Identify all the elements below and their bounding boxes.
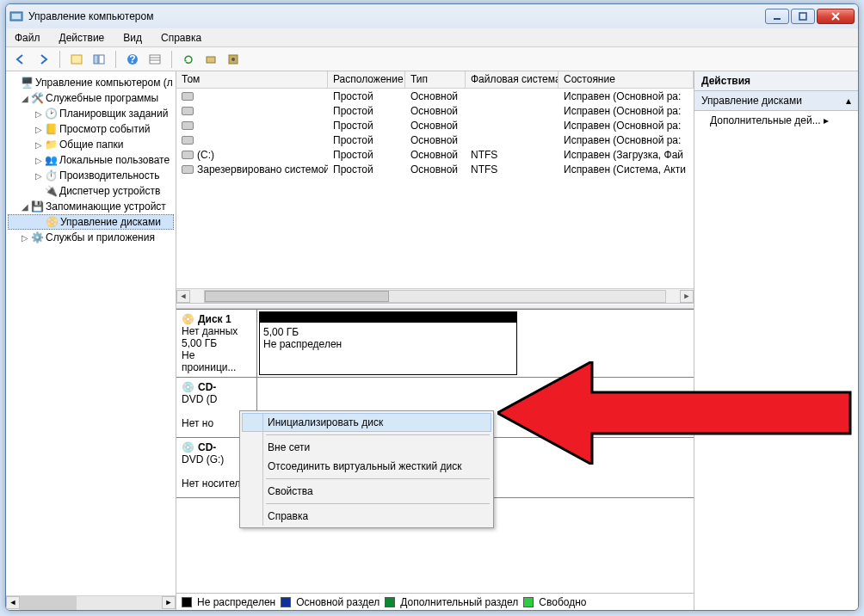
volume-row[interactable]: (C:)ПростойОсновнойNTFSИсправен (Загрузк…	[176, 147, 694, 162]
legend-extended-swatch	[385, 597, 395, 607]
tree-device-manager[interactable]: 🔌Диспетчер устройств	[8, 183, 174, 199]
minimize-button[interactable]	[765, 9, 789, 24]
window-title: Управление компьютером	[28, 10, 765, 22]
tree-disk-management[interactable]: 📀Управление дисками	[8, 214, 174, 230]
volume-row[interactable]: ПростойОсновнойИсправен (Основной ра:	[176, 118, 694, 132]
col-fs[interactable]: Файловая система	[466, 71, 559, 88]
disk1-label[interactable]: 📀Диск 1 Нет данных 5,00 ГБ Не проиници..…	[176, 310, 257, 377]
cdrom-icon: 💿	[182, 381, 194, 393]
ctx-offline[interactable]: Вне сети	[242, 438, 491, 457]
device-icon: 🔌	[44, 184, 58, 198]
tree-horizontal-scrollbar[interactable]: ◄►	[6, 595, 176, 610]
volume-rows[interactable]: ПростойОсновнойИсправен (Основной ра:Про…	[176, 89, 694, 288]
volume-row[interactable]: Зарезервировано системойПростойОсновнойN…	[176, 162, 694, 176]
tree-local-users[interactable]: ▷👥Локальные пользовате	[8, 152, 174, 168]
volume-horizontal-scrollbar[interactable]: ◄►	[176, 288, 694, 303]
disk-legend: Не распределен Основной раздел Дополните…	[176, 593, 694, 610]
legend-free-swatch	[523, 597, 534, 607]
rescan-button[interactable]	[201, 50, 220, 69]
volume-row[interactable]: ПростойОсновнойИсправен (Основной ра:	[176, 132, 694, 147]
actions-header: Действия	[694, 71, 858, 91]
tree-storage[interactable]: ◢💾Запоминающие устройст	[8, 199, 174, 214]
col-layout[interactable]: Расположение	[328, 71, 405, 88]
folder-icon: 📁	[44, 138, 58, 151]
cdrom-icon: 💿	[182, 441, 194, 453]
actions-panel: Действия Управление дисками ▴ Дополнител…	[694, 71, 858, 610]
menu-action[interactable]: Действие	[56, 30, 108, 46]
view-list-button[interactable]	[145, 50, 164, 69]
tree-task-scheduler[interactable]: ▷🕑Планировщик заданий	[8, 106, 174, 121]
disk-icon: 📀	[45, 215, 59, 229]
close-button[interactable]	[817, 9, 855, 24]
show-hide-tree-button[interactable]	[67, 50, 86, 69]
main-panel: Том Расположение Тип Файловая система Со…	[176, 71, 694, 610]
ctx-detach-vhd[interactable]: Отсоединить виртуальный жесткий диск	[242, 457, 491, 476]
storage-icon: 💾	[30, 200, 44, 213]
volume-row[interactable]: ПростойОсновнойИсправен (Основной ра:	[176, 89, 694, 103]
legend-unallocated-swatch	[182, 597, 192, 607]
svg-text:?: ?	[129, 53, 135, 65]
tree-services[interactable]: ▷⚙️Службы и приложения	[8, 230, 174, 245]
ctx-initialize-disk[interactable]: Инициализировать диск	[242, 413, 491, 432]
event-icon: 📒	[44, 122, 58, 136]
tree-performance[interactable]: ▷⏱️Производительность	[8, 168, 174, 183]
settings-button[interactable]	[224, 50, 243, 69]
disk-icon: 📀	[182, 313, 194, 325]
context-menu[interactable]: Инициализировать диск Вне сети Отсоедини…	[239, 410, 494, 528]
perf-icon: ⏱️	[44, 169, 58, 182]
back-button[interactable]	[11, 50, 30, 69]
refresh-button[interactable]	[179, 50, 198, 69]
volume-row[interactable]: ПростойОсновнойИсправен (Основной ра:	[176, 103, 694, 118]
clock-icon: 🕑	[44, 107, 58, 120]
collapse-icon[interactable]: ▴	[846, 95, 851, 107]
show-hide-action-button[interactable]	[89, 50, 108, 69]
col-status[interactable]: Состояние	[559, 71, 694, 88]
menu-file[interactable]: Файл	[11, 30, 44, 46]
app-icon	[9, 9, 23, 23]
col-volume[interactable]: Том	[176, 71, 328, 88]
navigation-tree-panel: 🖥️Управление компьютером (л ◢🛠️Служебные…	[6, 71, 176, 610]
legend-unallocated-label: Не распределен	[197, 596, 275, 608]
actions-more[interactable]: Дополнительные дей... ▸	[694, 111, 858, 130]
tree-system-tools[interactable]: ◢🛠️Служебные программы	[8, 90, 174, 106]
forward-button[interactable]	[34, 50, 52, 69]
navigation-tree[interactable]: 🖥️Управление компьютером (л ◢🛠️Служебные…	[6, 71, 176, 595]
col-type[interactable]: Тип	[405, 71, 466, 88]
volume-list: Том Расположение Тип Файловая система Со…	[176, 71, 694, 304]
help-button[interactable]: ?	[123, 50, 142, 69]
svg-rect-11	[150, 55, 160, 64]
toolbar: ?	[6, 47, 858, 71]
svg-rect-3	[799, 13, 806, 20]
volume-list-header[interactable]: Том Расположение Тип Файловая система Со…	[176, 71, 694, 89]
tree-root[interactable]: 🖥️Управление компьютером (л	[8, 75, 174, 90]
ctx-help[interactable]: Справка	[242, 507, 491, 526]
ctx-properties[interactable]: Свойства	[242, 482, 491, 501]
tree-event-viewer[interactable]: ▷📒Просмотр событий	[8, 121, 174, 137]
menu-help[interactable]: Справка	[157, 30, 205, 46]
titlebar[interactable]: Управление компьютером	[6, 4, 858, 28]
svg-point-16	[231, 58, 235, 61]
legend-primary-swatch	[281, 597, 291, 607]
disk-row-disk1[interactable]: 📀Диск 1 Нет данных 5,00 ГБ Не проиници..…	[176, 309, 694, 378]
menubar: Файл Действие Вид Справка	[6, 28, 858, 47]
maximize-button[interactable]	[791, 9, 815, 24]
content-area: 🖥️Управление компьютером (л ◢🛠️Служебные…	[6, 71, 858, 610]
computer-icon: 🖥️	[20, 76, 34, 89]
legend-extended-label: Дополнительный раздел	[400, 596, 518, 608]
svg-rect-6	[71, 55, 82, 64]
svg-rect-8	[99, 55, 104, 64]
svg-rect-1	[12, 14, 21, 19]
legend-free-label: Свободно	[539, 596, 586, 608]
tools-icon: 🛠️	[30, 91, 44, 105]
menu-view[interactable]: Вид	[120, 30, 145, 46]
disk1-unallocated-partition[interactable]: 5,00 ГБ Не распределен	[259, 311, 517, 375]
svg-rect-7	[94, 55, 98, 64]
svg-rect-14	[207, 57, 215, 63]
legend-primary-label: Основной раздел	[296, 596, 380, 608]
services-icon: ⚙️	[30, 231, 44, 244]
actions-subheader[interactable]: Управление дисками ▴	[694, 91, 858, 111]
tree-shared-folders[interactable]: ▷📁Общие папки	[8, 137, 174, 152]
users-icon: 👥	[44, 153, 58, 167]
